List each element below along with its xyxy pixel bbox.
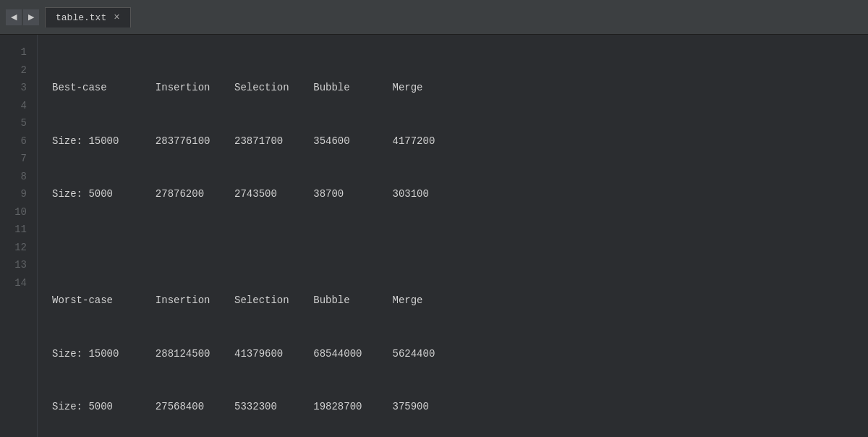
line-num-2: 2 [0, 61, 37, 80]
code-line-4 [52, 239, 868, 257]
line-num-3: 3 [0, 79, 37, 97]
line-num-13: 13 [0, 256, 37, 274]
code-line-3: Size: 5000 27876200 2743500 38700 303100 [52, 185, 868, 203]
code-line-6: Size: 15000 288124500 41379600 68544000 … [52, 345, 868, 363]
code-line-2: Size: 15000 283776100 23871700 354600 41… [52, 132, 868, 150]
line-num-10: 10 [0, 203, 37, 221]
left-arrow-button[interactable]: ◀ [6, 9, 22, 25]
nav-arrows[interactable]: ◀ ▶ [6, 9, 39, 25]
code-editor[interactable]: Best-case Insertion Selection Bubble Mer… [38, 35, 868, 437]
title-bar: ◀ ▶ table.txt × [0, 0, 868, 35]
line-numbers-gutter: 1 2 3 4 5 6 7 8 9 10 11 12 13 14 [0, 35, 38, 437]
line-num-7: 7 [0, 150, 37, 168]
line-num-1: 1 [0, 43, 37, 61]
line-num-5: 5 [0, 114, 37, 132]
tab-filename: table.txt [56, 12, 106, 23]
code-line-7: Size: 5000 27568400 5332300 19828700 375… [52, 398, 868, 416]
right-arrow-button[interactable]: ▶ [23, 9, 39, 25]
tab-close-button[interactable]: × [114, 12, 119, 22]
line-num-11: 11 [0, 221, 37, 239]
file-tab[interactable]: table.txt × [45, 7, 131, 27]
code-line-1: Best-case Insertion Selection Bubble Mer… [52, 79, 868, 97]
line-num-9: 9 [0, 185, 37, 203]
line-num-8: 8 [0, 168, 37, 186]
code-line-5: Worst-case Insertion Selection Bubble Me… [52, 292, 868, 310]
line-num-6: 6 [0, 132, 37, 150]
line-num-14: 14 [0, 274, 37, 292]
editor-container: 1 2 3 4 5 6 7 8 9 10 11 12 13 14 Best-ca… [0, 35, 868, 437]
line-num-12: 12 [0, 239, 37, 257]
line-num-4: 4 [0, 97, 37, 115]
